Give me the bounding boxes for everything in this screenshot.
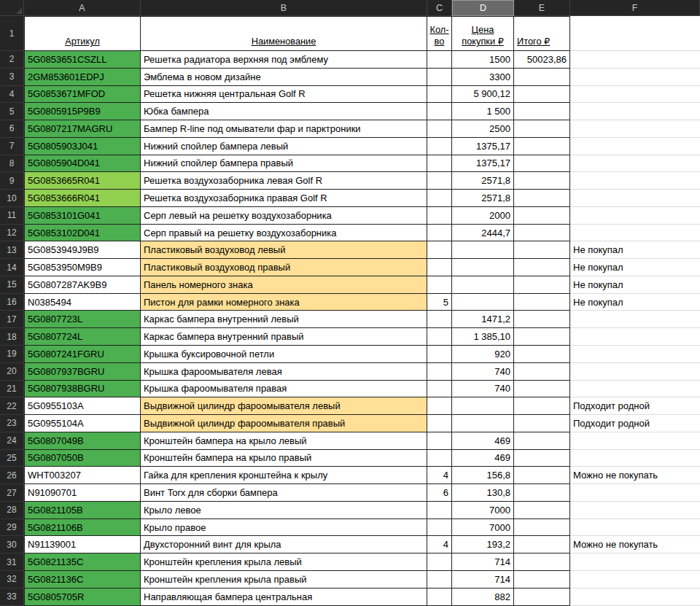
cell-qty[interactable]: [427, 415, 452, 432]
cell-total[interactable]: [514, 225, 570, 242]
cell-note[interactable]: [570, 346, 700, 363]
cell-note[interactable]: [570, 381, 700, 398]
cell-article[interactable]: 5G0955104A: [24, 415, 141, 432]
row-number[interactable]: 9: [0, 172, 24, 190]
row-number[interactable]: 12: [0, 225, 24, 242]
cell-name[interactable]: Юбка бампера: [141, 103, 427, 120]
cell-name[interactable]: Решетка радиатора верхняя под эмблему: [141, 51, 427, 69]
cell-article[interactable]: 2GM853601EDPJ: [24, 69, 141, 86]
cell-qty[interactable]: 4: [427, 467, 452, 484]
cell-name[interactable]: Кронштейн бампера на крыло правый: [141, 450, 427, 467]
cell-total[interactable]: 50023,86: [514, 51, 570, 69]
cell-note[interactable]: Не покупал: [570, 294, 700, 311]
cell-price[interactable]: 469: [452, 450, 514, 467]
cell-price[interactable]: 1 385,10: [452, 328, 514, 346]
row-number[interactable]: 3: [0, 69, 24, 86]
cell-qty[interactable]: [427, 502, 452, 519]
row-number[interactable]: 18: [0, 328, 24, 346]
cell-price[interactable]: 1471,2: [452, 311, 514, 328]
cell-total[interactable]: [514, 172, 570, 190]
cell-price[interactable]: 882: [452, 588, 514, 606]
cell-note[interactable]: [570, 502, 700, 519]
cell-total[interactable]: [514, 190, 570, 207]
cell-price[interactable]: 3300: [452, 69, 514, 86]
cell-name[interactable]: Бампер R-line под омыватели фар и парктр…: [141, 120, 427, 138]
row-number[interactable]: 11: [0, 207, 24, 225]
cell-price[interactable]: 1500: [452, 51, 514, 69]
cell-article[interactable]: 5G0853651CSZLL: [24, 51, 141, 69]
cell-qty[interactable]: [427, 311, 452, 328]
cell-price[interactable]: 1375,17: [452, 138, 514, 155]
cell-note[interactable]: [570, 450, 700, 467]
cell-qty[interactable]: [427, 259, 452, 276]
cell-article[interactable]: 5G0853671MFOD: [24, 86, 141, 104]
cell-price[interactable]: [452, 397, 514, 415]
cell-name[interactable]: Крышка буксировочной петли: [141, 346, 427, 363]
cell-price[interactable]: 2571,8: [452, 172, 514, 190]
cell-note[interactable]: [570, 553, 700, 571]
cell-total[interactable]: [514, 207, 570, 225]
cell-article[interactable]: 5G0955103A: [24, 397, 141, 415]
cell-price[interactable]: 130,8: [452, 484, 514, 502]
row-number[interactable]: 30: [0, 536, 24, 553]
cell-total[interactable]: [514, 328, 570, 346]
cell-total[interactable]: [514, 571, 570, 588]
cell-total[interactable]: [514, 155, 570, 173]
cell-total[interactable]: [514, 536, 570, 553]
cell-total[interactable]: [514, 241, 570, 259]
column-header-a[interactable]: A: [24, 0, 141, 16]
cell-total[interactable]: [514, 484, 570, 502]
cell-qty[interactable]: [427, 86, 452, 104]
cell-name[interactable]: Выдвижной цилиндр фароомывателя правый: [141, 415, 427, 432]
cell-qty[interactable]: [427, 553, 452, 571]
cell-note[interactable]: [570, 51, 700, 69]
cell-name[interactable]: Панель номерного знака: [141, 276, 427, 294]
cell-total[interactable]: [514, 397, 570, 415]
cell-price[interactable]: 2500: [452, 120, 514, 138]
cell-name[interactable]: Пистон для рамки номерного знака: [141, 294, 427, 311]
cell-qty[interactable]: 5: [427, 294, 452, 311]
cell-qty[interactable]: 4: [427, 536, 452, 553]
cell-note[interactable]: Не покупал: [570, 241, 700, 259]
cell-total[interactable]: [514, 588, 570, 606]
cell-qty[interactable]: [427, 588, 452, 606]
cell-total[interactable]: [514, 432, 570, 450]
cell-name[interactable]: Нижний спойлер бампера левый: [141, 138, 427, 155]
row-number[interactable]: 26: [0, 467, 24, 484]
row-number[interactable]: 10: [0, 190, 24, 207]
row-number[interactable]: 32: [0, 571, 24, 588]
cell-price[interactable]: [452, 294, 514, 311]
cell-total[interactable]: [514, 450, 570, 467]
cell-note[interactable]: [570, 155, 700, 173]
row-number[interactable]: 15: [0, 276, 24, 294]
cell-article[interactable]: 5G0853101G041: [24, 207, 141, 225]
cell-name[interactable]: Нижний спойлер бампера правый: [141, 155, 427, 173]
cell-article[interactable]: 5G0807050B: [24, 450, 141, 467]
cell-total[interactable]: [514, 69, 570, 86]
cell-note[interactable]: [570, 86, 700, 104]
cell-qty[interactable]: [427, 69, 452, 86]
cell-name[interactable]: Решетка нижняя центральная Golf R: [141, 86, 427, 104]
cell-price[interactable]: 469: [452, 432, 514, 450]
cell-name[interactable]: Эмблема в новом дизайне: [141, 69, 427, 86]
header-cell-name[interactable]: Наименование: [141, 16, 427, 51]
cell-name[interactable]: Крышка фароомывателя правая: [141, 381, 427, 398]
cell-article[interactable]: 5G0805705R: [24, 588, 141, 606]
cell-article[interactable]: 5G0805915P9B9: [24, 103, 141, 120]
cell-article[interactable]: 5G0807938BGRU: [24, 381, 141, 398]
cell-note[interactable]: Не покупал: [570, 276, 700, 294]
cell-note[interactable]: [570, 484, 700, 502]
cell-qty[interactable]: [427, 241, 452, 259]
cell-name[interactable]: Каркас бампера внутренний правый: [141, 328, 427, 346]
cell-price[interactable]: 714: [452, 571, 514, 588]
cell-article[interactable]: 5G0821105B: [24, 502, 141, 519]
cell-price[interactable]: 2444,7: [452, 225, 514, 242]
row-number[interactable]: 13: [0, 241, 24, 259]
cell-article[interactable]: 5G0821135C: [24, 553, 141, 571]
row-number[interactable]: 22: [0, 397, 24, 415]
row-number[interactable]: 1: [0, 16, 24, 51]
cell-qty[interactable]: [427, 363, 452, 381]
select-all-corner[interactable]: [0, 0, 24, 16]
cell-article[interactable]: 5G0853950M9B9: [24, 259, 141, 276]
cell-article[interactable]: 5G0807287AK9B9: [24, 276, 141, 294]
